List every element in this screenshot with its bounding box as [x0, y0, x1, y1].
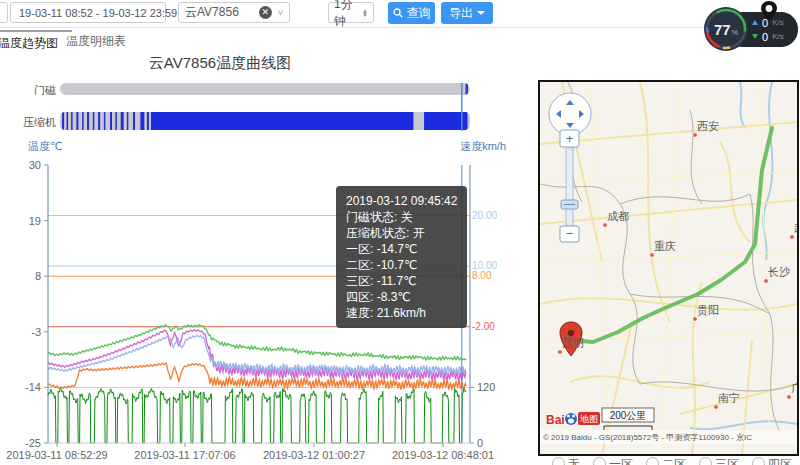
app-root: 19-03-11 08:52 - 19-03-12 23:59 云AV7856 … — [0, 0, 800, 465]
arrow-down-icon — [752, 34, 758, 39]
y-right-tick: 120 — [477, 381, 495, 393]
gauge-value: 77% — [703, 6, 749, 52]
compressor-status-bar[interactable] — [60, 112, 470, 130]
svg-text:© 2019 Baidu - GS(2018)5572号 -: © 2019 Baidu - GS(2018)5572号 - 甲测资字11009… — [543, 433, 752, 442]
download-row: 0 K/s — [752, 31, 798, 43]
zone-selector: 无一区二区三区四区 — [552, 456, 792, 465]
city-label-武汉: 武汉 — [794, 222, 797, 234]
city-label-重庆: 重庆 — [654, 240, 676, 252]
map-attribution: © 2019 Baidu - GS(2018)5572号 - 甲测资字11009… — [540, 430, 797, 444]
zone-series-三区 — [48, 330, 466, 382]
city-label-南宁: 南宁 — [718, 392, 740, 404]
map-panel[interactable]: + − Bai 地图 200公里 — [538, 80, 799, 456]
radio-icon[interactable] — [552, 457, 565, 465]
tooltip-time: 2019-03-12 09:45:42 — [346, 193, 457, 209]
download-value: 0 — [762, 31, 768, 43]
city-label-昆明: 昆明 — [562, 337, 584, 349]
y-right-tick: 0 — [477, 437, 483, 449]
door-status-bar[interactable] — [60, 83, 470, 95]
svg-text:−: − — [566, 226, 574, 241]
city-dot — [603, 223, 608, 228]
tooltip-row: 压缩机状态: 开 — [346, 225, 457, 241]
city-label-广州: 广州 — [791, 382, 797, 394]
zone-option-四区[interactable]: 四区 — [752, 456, 792, 465]
zone-option-无[interactable]: 无 — [552, 456, 580, 465]
svg-text:+: + — [566, 131, 574, 146]
tooltip-row: 二区: -10.7℃ — [346, 257, 457, 273]
tooltip-row: 速度: 21.6km/h — [346, 305, 457, 321]
svg-text:Bai: Bai — [546, 413, 565, 427]
city-dot — [764, 279, 769, 284]
tooltip-row: 四区: -8.3℃ — [346, 289, 457, 305]
zone-series-四区 — [48, 325, 466, 360]
city-dot — [650, 253, 655, 258]
radio-icon[interactable] — [646, 457, 659, 465]
x-tick-label: 2019-03-12 08:48:01 — [392, 449, 494, 461]
tooltip: 2019-03-12 09:45:42 门磁状态: 关压缩机状态: 开一区: -… — [336, 186, 467, 328]
tooltip-rows: 门磁状态: 关压缩机状态: 开一区: -14.7℃二区: -10.7℃三区: -… — [346, 209, 457, 321]
x-tick-label: 2019-03-12 01:00:27 — [263, 449, 365, 461]
x-tick-label: 2019-03-11 17:07:06 — [134, 449, 235, 461]
speed-series — [48, 389, 466, 443]
location-pin-icon[interactable] — [758, 0, 780, 22]
tooltip-row: 一区: -14.7℃ — [346, 241, 457, 257]
city-dot — [558, 350, 563, 355]
svg-text:地图: 地图 — [579, 414, 598, 424]
city-label-西安: 西安 — [697, 120, 719, 132]
radio-icon[interactable] — [593, 457, 606, 465]
y-right-axis-title: 速度km/h — [460, 140, 506, 152]
threshold-label: 20.00 — [472, 210, 497, 221]
y-left-tick: 8 — [35, 270, 41, 282]
download-unit: K/s — [772, 31, 784, 43]
city-label-成都: 成都 — [607, 210, 629, 222]
zone-option-三区[interactable]: 三区 — [699, 456, 739, 465]
city-label-长沙: 长沙 — [767, 266, 791, 278]
y-left-tick: 30 — [29, 159, 41, 171]
zone-option-二区[interactable]: 二区 — [646, 456, 686, 465]
city-dot — [787, 395, 792, 400]
y-left-axis-title: 温度℃ — [28, 140, 62, 152]
tooltip-row: 门磁状态: 关 — [346, 209, 457, 225]
memory-gauge[interactable]: 77% — [703, 6, 749, 52]
svg-text:200公里: 200公里 — [610, 410, 647, 421]
x-tick-label: 2019-03-11 08:52:29 — [6, 449, 107, 461]
threshold-label: -2.00 — [472, 321, 495, 332]
y-left-tick: -25 — [25, 437, 41, 449]
city-dot — [790, 235, 795, 240]
radio-icon[interactable] — [752, 457, 765, 465]
y-left-tick: -14 — [25, 381, 41, 393]
threshold-label: 8.00 — [472, 270, 492, 281]
y-left-tick: 19 — [29, 215, 41, 227]
city-dot — [693, 133, 698, 138]
y-left-tick: -3 — [31, 326, 41, 338]
radio-icon[interactable] — [699, 457, 712, 465]
city-dot — [693, 317, 698, 322]
map-canvas[interactable]: + − Bai 地图 200公里 — [540, 82, 797, 454]
city-label-贵阳: 贵阳 — [697, 304, 719, 316]
map-pan-control[interactable] — [549, 93, 591, 135]
city-dot — [714, 405, 719, 410]
zone-option-一区[interactable]: 一区 — [593, 456, 633, 465]
tooltip-row: 三区: -11.7℃ — [346, 273, 457, 289]
